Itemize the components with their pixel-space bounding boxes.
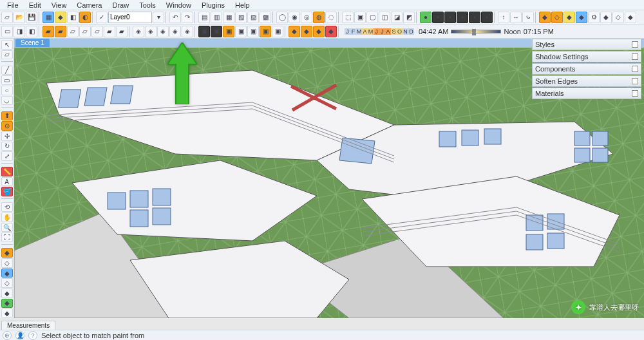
month-cell[interactable]: A: [385, 28, 391, 35]
month-cell[interactable]: J: [374, 28, 379, 35]
panel-header[interactable]: Materials: [532, 88, 641, 99]
layer-select[interactable]: [108, 12, 152, 23]
solid-tool-icon[interactable]: ▣: [247, 26, 259, 37]
view-mode-icon[interactable]: ▩: [260, 12, 271, 23]
panel-header[interactable]: Soften Edges: [532, 75, 641, 87]
month-cell[interactable]: F: [350, 28, 356, 35]
tool-icon[interactable]: ◧: [67, 12, 79, 23]
new-icon[interactable]: ▱: [1, 12, 13, 23]
sandbox-icon[interactable]: ▰: [43, 26, 54, 37]
warehouse-icon[interactable]: ◆: [600, 12, 612, 23]
panel-header[interactable]: Styles: [532, 39, 641, 50]
pushpull-icon[interactable]: ⬆: [1, 111, 13, 121]
view-mode-icon[interactable]: ▥: [211, 12, 222, 23]
warehouse-icon[interactable]: ◆: [625, 12, 636, 23]
line-icon[interactable]: ╱: [1, 66, 13, 75]
plugin-icon[interactable]: ◇: [1, 278, 13, 288]
rectangle-icon[interactable]: ▭: [1, 75, 13, 85]
month-cell[interactable]: J: [379, 28, 385, 35]
move-icon[interactable]: ✢: [1, 131, 13, 141]
plugin-icon[interactable]: ●: [420, 12, 431, 23]
month-cell[interactable]: M: [368, 28, 374, 35]
section-icon[interactable]: ◨: [14, 26, 25, 37]
sandbox-icon[interactable]: ▱: [79, 26, 91, 37]
month-cell[interactable]: M: [356, 28, 362, 35]
credits-icon[interactable]: 👤: [15, 331, 24, 340]
view-mode-icon[interactable]: ▦: [223, 12, 234, 23]
menu-draw[interactable]: Draw: [108, 1, 133, 10]
nav-icon[interactable]: ↔: [510, 12, 522, 23]
warehouse-icon[interactable]: ◇: [612, 12, 624, 23]
month-cell[interactable]: O: [397, 28, 402, 35]
solid-icon[interactable]: ◈: [182, 26, 193, 37]
style-icon[interactable]: ◉: [289, 12, 300, 23]
menu-view[interactable]: View: [47, 1, 71, 10]
warehouse-icon[interactable]: ◇: [551, 12, 563, 23]
style-icon[interactable]: ◯: [276, 12, 288, 23]
undo-icon[interactable]: ↶: [169, 12, 181, 23]
zoom-extents-icon[interactable]: ⛶: [1, 232, 13, 242]
panel-header[interactable]: Shadow Settings: [532, 51, 641, 62]
dropdown-icon[interactable]: ▾: [153, 12, 164, 23]
measurements-tab[interactable]: Measurements: [1, 321, 55, 330]
time-bar[interactable]: [451, 30, 501, 33]
right-view-icon[interactable]: ◫: [379, 12, 390, 23]
panel-header[interactable]: Components: [532, 63, 641, 75]
solid-tool-icon[interactable]: ▣: [235, 26, 247, 37]
panel-toggle-icon[interactable]: [632, 41, 638, 48]
plugin-icon[interactable]: ◆: [1, 288, 13, 298]
plugin-icon[interactable]: ▪: [432, 12, 444, 23]
nav-icon[interactable]: ↕: [498, 12, 509, 23]
rotate-icon[interactable]: ↻: [1, 142, 13, 151]
view-mode-icon[interactable]: ▤: [198, 12, 210, 23]
plugin-icon[interactable]: ◆: [1, 248, 13, 258]
solid-tool-icon[interactable]: ▣: [211, 26, 222, 37]
panel-toggle-icon[interactable]: [632, 66, 638, 72]
solid-tool-icon[interactable]: ▣: [198, 26, 210, 37]
panel-toggle-icon[interactable]: [632, 78, 638, 84]
top-view-icon[interactable]: ▣: [354, 12, 366, 23]
menu-file[interactable]: File: [3, 1, 23, 10]
open-icon[interactable]: 📂: [14, 12, 25, 23]
plugin-icon[interactable]: ◆: [313, 26, 325, 37]
nav-icon[interactable]: ⤿: [522, 12, 534, 23]
sandbox-icon[interactable]: ▰: [55, 26, 66, 37]
panel-toggle-icon[interactable]: [632, 90, 638, 97]
geo-icon[interactable]: ⊕: [3, 331, 12, 340]
month-cell[interactable]: D: [408, 28, 414, 35]
solid-icon[interactable]: ◈: [157, 26, 169, 37]
front-view-icon[interactable]: ▢: [366, 12, 378, 23]
solid-tool-icon[interactable]: ▣: [223, 26, 234, 37]
month-cell[interactable]: J: [345, 28, 350, 35]
section-icon[interactable]: ▭: [1, 26, 13, 37]
plugin-icon[interactable]: ▪: [469, 12, 480, 23]
save-icon[interactable]: 💾: [26, 12, 37, 23]
sandbox-icon[interactable]: ▱: [91, 26, 103, 37]
style-icon[interactable]: ◍: [313, 12, 325, 23]
layer-check-icon[interactable]: ✓: [96, 12, 108, 23]
time-slider[interactable]: 04:42 AM Noon 07:15 PM: [419, 28, 554, 35]
tool-icon[interactable]: ◐: [79, 12, 91, 23]
sandbox-icon[interactable]: ▱: [67, 26, 79, 37]
solid-icon[interactable]: ◈: [169, 26, 181, 37]
plugin-icon[interactable]: ◆: [301, 26, 312, 37]
help-icon[interactable]: ?: [28, 331, 37, 340]
menu-window[interactable]: Window: [162, 1, 196, 10]
solid-tool-icon[interactable]: ▣: [260, 26, 271, 37]
section-icon[interactable]: ◧: [26, 26, 37, 37]
circle-icon[interactable]: ○: [1, 86, 13, 95]
text-icon[interactable]: A: [1, 177, 13, 187]
warehouse-icon[interactable]: ◆: [539, 12, 551, 23]
solid-icon[interactable]: ◈: [145, 26, 156, 37]
panel-toggle-icon[interactable]: [632, 53, 638, 60]
menu-tools[interactable]: Tools: [135, 1, 160, 10]
scene-tab[interactable]: Scene 1: [15, 39, 50, 47]
plugin-icon[interactable]: ◆: [1, 269, 13, 278]
offset-icon[interactable]: ⊙: [1, 121, 13, 131]
eraser-icon[interactable]: ▱: [1, 50, 13, 60]
tape-icon[interactable]: 📏: [1, 167, 13, 176]
tool-icon[interactable]: ◆: [55, 12, 66, 23]
menu-help[interactable]: Help: [231, 1, 254, 10]
style-icon[interactable]: ◎: [301, 12, 312, 23]
month-strip[interactable]: JFMAMJJASOND: [345, 26, 414, 37]
